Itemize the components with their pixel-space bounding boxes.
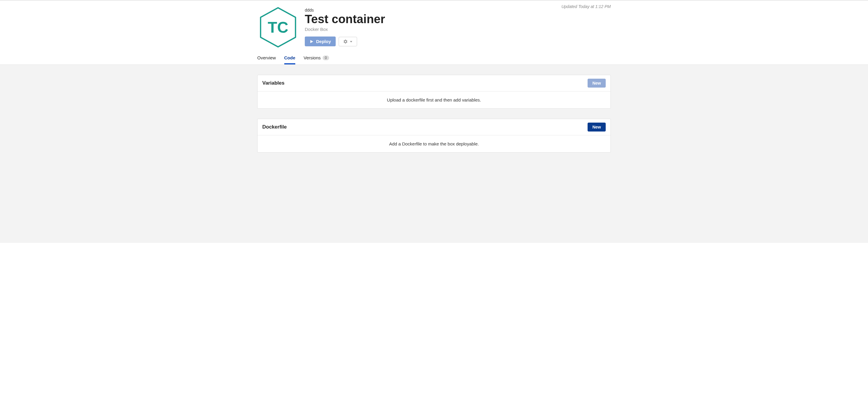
breadcrumb[interactable]: ddds	[305, 8, 561, 12]
caret-down-icon	[350, 40, 352, 43]
tab-versions[interactable]: Versions 0	[304, 55, 329, 64]
tab-versions-label: Versions	[304, 55, 321, 60]
box-initials: TC	[268, 19, 288, 36]
variables-panel: Variables New Upload a dockerfile first …	[257, 75, 611, 109]
svg-marker-1	[310, 40, 313, 43]
updated-timestamp: Updated Today at 1:12 PM	[561, 1, 611, 9]
tab-overview[interactable]: Overview	[257, 55, 276, 64]
page-title: Test container	[305, 12, 561, 26]
gear-icon	[343, 39, 348, 44]
deploy-button[interactable]: Deploy	[305, 36, 336, 46]
play-icon	[310, 39, 314, 44]
dockerfile-empty-message: Add a Dockerfile to make the box deploya…	[257, 135, 611, 152]
box-hex-icon: TC	[257, 6, 299, 48]
variables-empty-message: Upload a dockerfile first and then add v…	[257, 91, 611, 108]
variables-title: Variables	[262, 80, 285, 86]
svg-marker-2	[350, 41, 352, 42]
versions-count-badge: 0	[322, 56, 330, 60]
dockerfile-panel: Dockerfile New Add a Dockerfile to make …	[257, 119, 611, 153]
dockerfile-title: Dockerfile	[262, 124, 287, 130]
settings-dropdown-button[interactable]	[339, 37, 357, 46]
box-type-label: Docker Box	[305, 27, 561, 32]
variables-new-button[interactable]: New	[588, 79, 606, 88]
tab-code[interactable]: Code	[284, 55, 296, 64]
dockerfile-new-button[interactable]: New	[588, 123, 606, 131]
deploy-button-label: Deploy	[316, 39, 331, 44]
tabs: Overview Code Versions 0	[257, 51, 611, 64]
